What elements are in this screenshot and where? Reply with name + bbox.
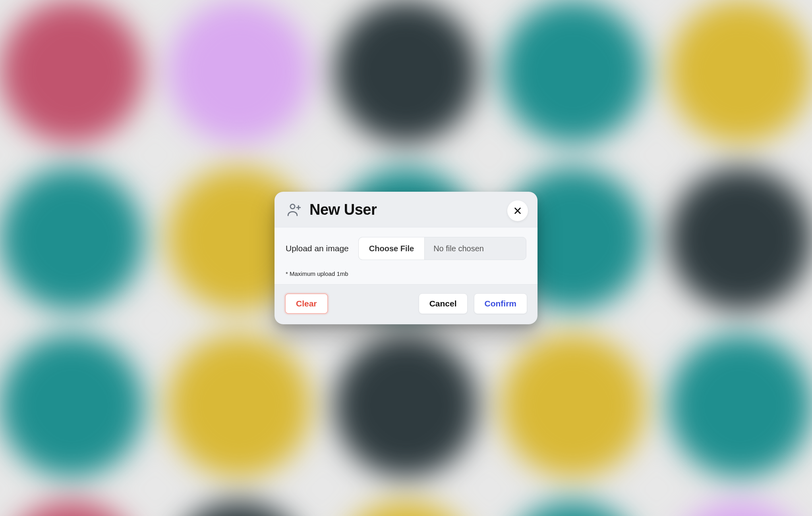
upload-row: Upload an image Choose File No file chos… (286, 237, 526, 260)
modal-footer: Clear Cancel Confirm (275, 285, 537, 324)
upload-hint: * Maximum upload 1mb (286, 270, 526, 277)
file-status-text: No file chosen (425, 237, 526, 260)
new-user-modal: New User Upload an image Choose File No … (275, 192, 537, 324)
modal-title: New User (309, 201, 377, 218)
file-picker: Choose File No file chosen (358, 237, 526, 260)
upload-label: Upload an image (286, 244, 349, 253)
svg-point-0 (290, 204, 295, 208)
modal-body: Upload an image Choose File No file chos… (275, 227, 537, 285)
modal-header: New User (275, 192, 537, 227)
confirm-button[interactable]: Confirm (474, 293, 528, 314)
close-button[interactable] (507, 200, 528, 221)
user-plus-icon (286, 202, 302, 218)
close-icon (513, 206, 522, 215)
modal-overlay: New User Upload an image Choose File No … (0, 0, 812, 516)
choose-file-button[interactable]: Choose File (359, 237, 425, 260)
clear-button[interactable]: Clear (285, 293, 328, 314)
cancel-button[interactable]: Cancel (419, 293, 468, 314)
